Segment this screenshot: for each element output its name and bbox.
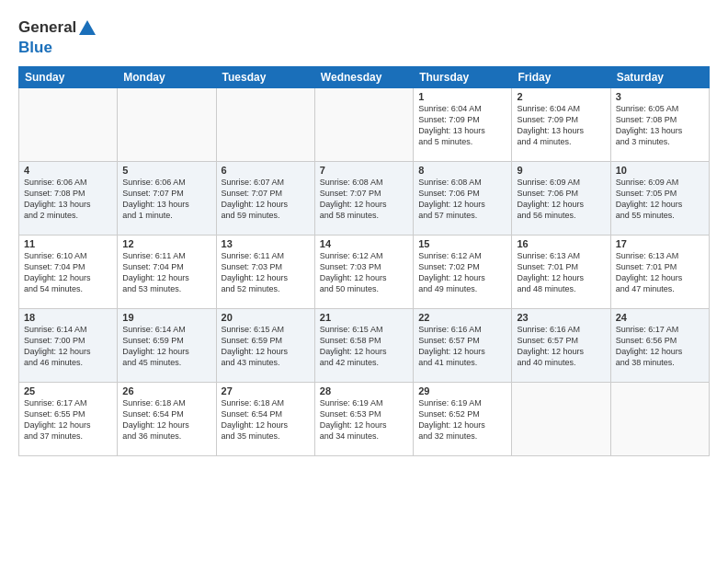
calendar-cell: 23Sunrise: 6:16 AM Sunset: 6:57 PM Dayli…	[512, 308, 610, 382]
calendar-cell: 16Sunrise: 6:13 AM Sunset: 7:01 PM Dayli…	[512, 235, 610, 308]
day-number: 18	[24, 312, 112, 323]
day-number: 10	[616, 165, 704, 176]
calendar-cell	[216, 87, 314, 161]
day-info: Sunrise: 6:15 AM Sunset: 6:58 PM Dayligh…	[320, 324, 408, 369]
day-number: 2	[517, 91, 605, 102]
day-info: Sunrise: 6:11 AM Sunset: 7:03 PM Dayligh…	[222, 250, 310, 295]
day-number: 24	[616, 312, 704, 323]
day-number: 15	[418, 238, 506, 249]
logo-text: General	[18, 18, 97, 39]
calendar-week-4: 18Sunrise: 6:14 AM Sunset: 7:00 PM Dayli…	[19, 308, 710, 382]
calendar-cell: 7Sunrise: 6:08 AM Sunset: 7:07 PM Daylig…	[314, 161, 413, 235]
day-info: Sunrise: 6:19 AM Sunset: 6:52 PM Dayligh…	[418, 397, 506, 442]
logo-icon	[77, 18, 97, 39]
calendar-cell: 24Sunrise: 6:17 AM Sunset: 6:56 PM Dayli…	[610, 308, 709, 382]
day-info: Sunrise: 6:15 AM Sunset: 6:59 PM Dayligh…	[222, 324, 310, 369]
calendar-header-thursday: Thursday	[414, 66, 512, 87]
day-info: Sunrise: 6:19 AM Sunset: 6:53 PM Dayligh…	[320, 397, 408, 442]
day-info: Sunrise: 6:06 AM Sunset: 7:07 PM Dayligh…	[122, 177, 210, 222]
day-number: 22	[418, 312, 506, 323]
calendar-cell	[118, 87, 216, 161]
day-info: Sunrise: 6:18 AM Sunset: 6:54 PM Dayligh…	[222, 397, 310, 442]
calendar-cell: 9Sunrise: 6:09 AM Sunset: 7:06 PM Daylig…	[512, 161, 610, 235]
day-info: Sunrise: 6:13 AM Sunset: 7:01 PM Dayligh…	[616, 250, 704, 295]
calendar-cell: 29Sunrise: 6:19 AM Sunset: 6:52 PM Dayli…	[414, 382, 512, 455]
day-info: Sunrise: 6:04 AM Sunset: 7:09 PM Dayligh…	[517, 103, 605, 148]
calendar-cell: 20Sunrise: 6:15 AM Sunset: 6:59 PM Dayli…	[216, 308, 314, 382]
day-number: 16	[517, 238, 605, 249]
day-number: 11	[24, 238, 112, 249]
calendar-header-friday: Friday	[512, 66, 610, 87]
calendar-cell: 6Sunrise: 6:07 AM Sunset: 7:07 PM Daylig…	[216, 161, 314, 235]
calendar-cell: 21Sunrise: 6:15 AM Sunset: 6:58 PM Dayli…	[314, 308, 413, 382]
day-number: 27	[222, 385, 310, 396]
day-number: 12	[122, 238, 210, 249]
calendar-cell: 17Sunrise: 6:13 AM Sunset: 7:01 PM Dayli…	[610, 235, 709, 308]
day-number: 14	[320, 238, 408, 249]
day-number: 25	[24, 385, 112, 396]
calendar-header-row: SundayMondayTuesdayWednesdayThursdayFrid…	[19, 66, 710, 87]
calendar-cell: 14Sunrise: 6:12 AM Sunset: 7:03 PM Dayli…	[314, 235, 413, 308]
day-info: Sunrise: 6:16 AM Sunset: 6:57 PM Dayligh…	[517, 324, 605, 369]
calendar-header-saturday: Saturday	[610, 66, 709, 87]
svg-marker-0	[79, 20, 96, 35]
calendar-cell	[512, 382, 610, 455]
day-number: 26	[122, 385, 210, 396]
calendar-cell	[314, 87, 413, 161]
day-number: 21	[320, 312, 408, 323]
calendar-cell: 27Sunrise: 6:18 AM Sunset: 6:54 PM Dayli…	[216, 382, 314, 455]
calendar-cell: 5Sunrise: 6:06 AM Sunset: 7:07 PM Daylig…	[118, 161, 216, 235]
day-number: 9	[517, 165, 605, 176]
day-info: Sunrise: 6:11 AM Sunset: 7:04 PM Dayligh…	[122, 250, 210, 295]
logo-blue: Blue	[18, 39, 97, 57]
day-info: Sunrise: 6:12 AM Sunset: 7:03 PM Dayligh…	[320, 250, 408, 295]
calendar-cell: 13Sunrise: 6:11 AM Sunset: 7:03 PM Dayli…	[216, 235, 314, 308]
day-info: Sunrise: 6:07 AM Sunset: 7:07 PM Dayligh…	[222, 177, 310, 222]
day-number: 3	[616, 91, 704, 102]
day-info: Sunrise: 6:09 AM Sunset: 7:05 PM Dayligh…	[616, 177, 704, 222]
day-number: 20	[222, 312, 310, 323]
day-number: 4	[24, 165, 112, 176]
day-number: 13	[222, 238, 310, 249]
calendar-week-3: 11Sunrise: 6:10 AM Sunset: 7:04 PM Dayli…	[19, 235, 710, 308]
calendar-cell: 1Sunrise: 6:04 AM Sunset: 7:09 PM Daylig…	[414, 87, 512, 161]
page: General Blue SundayMondayTuesdayWednesda…	[0, 0, 728, 465]
day-info: Sunrise: 6:04 AM Sunset: 7:09 PM Dayligh…	[418, 103, 506, 148]
calendar-cell: 22Sunrise: 6:16 AM Sunset: 6:57 PM Dayli…	[414, 308, 512, 382]
day-number: 28	[320, 385, 408, 396]
calendar-cell: 2Sunrise: 6:04 AM Sunset: 7:09 PM Daylig…	[512, 87, 610, 161]
day-info: Sunrise: 6:14 AM Sunset: 7:00 PM Dayligh…	[24, 324, 112, 369]
calendar-week-1: 1Sunrise: 6:04 AM Sunset: 7:09 PM Daylig…	[19, 87, 710, 161]
calendar-cell: 12Sunrise: 6:11 AM Sunset: 7:04 PM Dayli…	[118, 235, 216, 308]
calendar-header-monday: Monday	[118, 66, 216, 87]
day-info: Sunrise: 6:16 AM Sunset: 6:57 PM Dayligh…	[418, 324, 506, 369]
calendar-cell: 4Sunrise: 6:06 AM Sunset: 7:08 PM Daylig…	[19, 161, 118, 235]
day-info: Sunrise: 6:08 AM Sunset: 7:07 PM Dayligh…	[320, 177, 408, 222]
calendar-cell: 11Sunrise: 6:10 AM Sunset: 7:04 PM Dayli…	[19, 235, 118, 308]
calendar-cell: 28Sunrise: 6:19 AM Sunset: 6:53 PM Dayli…	[314, 382, 413, 455]
day-info: Sunrise: 6:09 AM Sunset: 7:06 PM Dayligh…	[517, 177, 605, 222]
day-number: 8	[418, 165, 506, 176]
day-info: Sunrise: 6:05 AM Sunset: 7:08 PM Dayligh…	[616, 103, 704, 148]
calendar-cell	[610, 382, 709, 455]
logo: General Blue	[18, 18, 97, 57]
day-number: 19	[122, 312, 210, 323]
day-info: Sunrise: 6:17 AM Sunset: 6:55 PM Dayligh…	[24, 397, 112, 442]
day-number: 29	[418, 385, 506, 396]
day-info: Sunrise: 6:14 AM Sunset: 6:59 PM Dayligh…	[122, 324, 210, 369]
day-number: 17	[616, 238, 704, 249]
calendar-cell: 25Sunrise: 6:17 AM Sunset: 6:55 PM Dayli…	[19, 382, 118, 455]
calendar-header-tuesday: Tuesday	[216, 66, 314, 87]
day-info: Sunrise: 6:13 AM Sunset: 7:01 PM Dayligh…	[517, 250, 605, 295]
calendar-header-wednesday: Wednesday	[314, 66, 413, 87]
day-number: 1	[418, 91, 506, 102]
calendar-cell: 3Sunrise: 6:05 AM Sunset: 7:08 PM Daylig…	[610, 87, 709, 161]
day-info: Sunrise: 6:17 AM Sunset: 6:56 PM Dayligh…	[616, 324, 704, 369]
day-info: Sunrise: 6:18 AM Sunset: 6:54 PM Dayligh…	[122, 397, 210, 442]
calendar-header-sunday: Sunday	[19, 66, 118, 87]
calendar-cell: 15Sunrise: 6:12 AM Sunset: 7:02 PM Dayli…	[414, 235, 512, 308]
calendar-cell: 19Sunrise: 6:14 AM Sunset: 6:59 PM Dayli…	[118, 308, 216, 382]
day-info: Sunrise: 6:06 AM Sunset: 7:08 PM Dayligh…	[24, 177, 112, 222]
calendar-week-2: 4Sunrise: 6:06 AM Sunset: 7:08 PM Daylig…	[19, 161, 710, 235]
calendar-cell: 18Sunrise: 6:14 AM Sunset: 7:00 PM Dayli…	[19, 308, 118, 382]
